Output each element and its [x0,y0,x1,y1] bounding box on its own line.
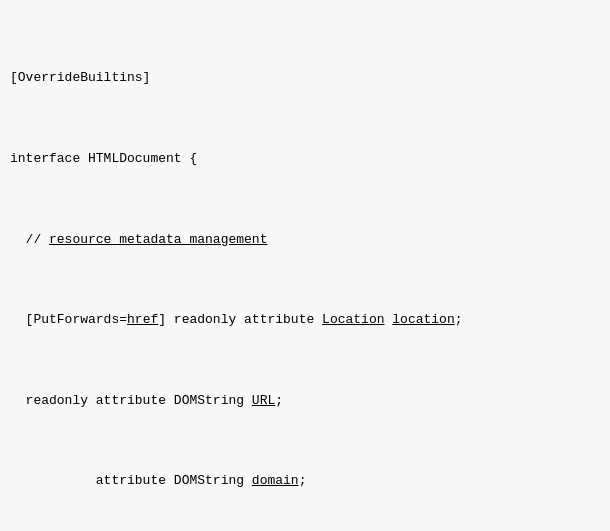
attr-url: URL [252,393,275,408]
line-6: attribute DOMString domain; [10,471,600,491]
line-2: interface HTMLDocument { [10,149,600,169]
code-viewer: [OverrideBuiltins] interface HTMLDocumen… [0,0,610,531]
line-3: // resource metadata management [10,230,600,250]
line-1: [OverrideBuiltins] [10,68,600,88]
attr-domain: domain [252,473,299,488]
type-location: Location [322,312,384,327]
attr-href: href [127,312,158,327]
attr-location: location [392,312,454,327]
line-4: [PutForwards=href] readonly attribute Lo… [10,310,600,330]
comment-resource-metadata: resource metadata management [49,232,267,247]
line-5: readonly attribute DOMString URL; [10,391,600,411]
